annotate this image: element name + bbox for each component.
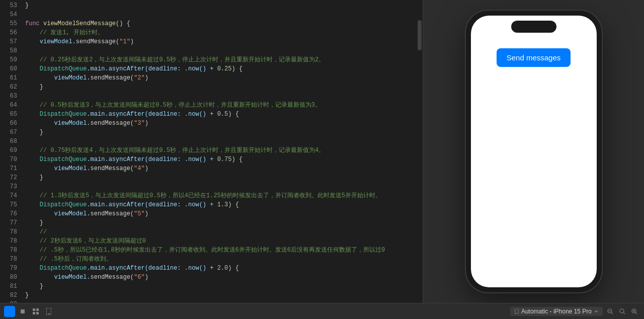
- code-line: }: [25, 291, 413, 300]
- svg-point-0: [8, 309, 12, 313]
- code-line: }: [25, 282, 413, 291]
- run-button[interactable]: [4, 306, 15, 317]
- svg-line-18: [636, 312, 637, 314]
- line-number: 65: [4, 110, 17, 119]
- svg-rect-1: [21, 309, 25, 313]
- line-number: 63: [4, 92, 17, 101]
- line-number: 57: [4, 37, 17, 46]
- iphone-content: Send messages: [471, 16, 597, 287]
- code-line: [25, 92, 413, 101]
- line-number: 76: [4, 209, 17, 218]
- zoom-in-button[interactable]: [629, 306, 640, 317]
- code-line: }: [25, 128, 413, 137]
- line-numbers: 5354555657585960616263646566676869707172…: [0, 0, 21, 303]
- svg-rect-2: [33, 308, 35, 311]
- line-number: 64: [4, 101, 17, 110]
- line-number: 61: [4, 73, 17, 83]
- line-number: 79: [4, 264, 17, 273]
- line-number: 55: [4, 19, 17, 28]
- scrollbar-thumb[interactable]: [418, 20, 422, 50]
- svg-line-14: [624, 312, 625, 314]
- line-number: 62: [4, 83, 17, 92]
- code-line: [25, 137, 413, 146]
- code-line: // 0.25秒后发送2，与上次发送间隔未超过0.5秒，停止上次计时，并且重新开…: [25, 55, 413, 64]
- line-number: 82: [4, 291, 17, 300]
- code-line: }: [25, 1, 413, 10]
- line-number: 60: [4, 64, 17, 73]
- line-number: 69: [4, 146, 17, 155]
- code-line: [25, 46, 413, 55]
- code-line: // 0.5秒后发送3，与上次发送间隔未超过0.5秒，停止上次计时，并且重新开始…: [25, 101, 413, 110]
- line-number: 77: [4, 218, 17, 227]
- line-number: 75: [4, 200, 17, 209]
- code-line: // 2秒后发送6，与上次发送间隔超过0: [25, 236, 413, 246]
- zoom-fit-button[interactable]: [617, 306, 628, 317]
- line-number: 67: [4, 128, 17, 137]
- code-line: viewModel.sendMessage("1"): [25, 37, 413, 46]
- device-selector[interactable]: Automatic - iPhone 15 Pro: [510, 307, 603, 316]
- device-button[interactable]: [43, 306, 54, 317]
- bottom-toolbar: Automatic - iPhone 15 Pro: [0, 303, 644, 319]
- svg-rect-9: [516, 312, 517, 313]
- code-line: }: [25, 218, 413, 227]
- device-name: Automatic - iPhone 15 Pro: [521, 308, 592, 315]
- line-number: 56: [4, 28, 17, 37]
- zoom-controls: [605, 306, 640, 317]
- line-number: 53: [4, 1, 17, 10]
- stop-button[interactable]: [17, 306, 28, 317]
- code-line: viewModel.sendMessage("6"): [25, 273, 413, 282]
- code-line: }: [25, 83, 413, 92]
- code-line: // 0.75秒后发送4，与上次发送间隔未超过0.5秒，停止上次计时，并且重新开…: [25, 146, 413, 155]
- line-number: 78: [4, 246, 17, 255]
- svg-point-13: [620, 309, 624, 313]
- code-line: // .5秒后，订阅者收到。: [25, 255, 413, 264]
- code-line: [25, 182, 413, 191]
- code-line: //: [25, 227, 413, 236]
- code-line: // 发送1, 开始计时。: [25, 28, 413, 37]
- iphone-notch: [511, 21, 556, 33]
- code-line: func viewModelSendMessage() {: [25, 19, 413, 28]
- simulator-area: Send messages: [423, 0, 644, 303]
- svg-rect-4: [33, 312, 35, 314]
- code-line: DispatchQueue.main.asyncAfter(deadline: …: [25, 264, 413, 273]
- line-number: 73: [4, 182, 17, 191]
- svg-rect-3: [36, 308, 39, 311]
- line-number: 58: [4, 46, 17, 55]
- line-number: 72: [4, 173, 17, 182]
- line-number: 78: [4, 236, 17, 246]
- send-messages-button[interactable]: Send messages: [497, 48, 571, 67]
- code-line: viewModel.sendMessage("2"): [25, 73, 413, 83]
- line-number: 81: [4, 282, 17, 291]
- grid-button[interactable]: [30, 306, 41, 317]
- code-line: viewModel.sendMessage("5"): [25, 209, 413, 218]
- line-number: 74: [4, 191, 17, 200]
- line-number: 70: [4, 155, 17, 164]
- line-number: 68: [4, 137, 17, 146]
- iphone-frame: Send messages: [466, 11, 602, 292]
- code-line: viewModel.sendMessage("4"): [25, 164, 413, 173]
- svg-rect-5: [36, 312, 39, 314]
- code-content[interactable]: } func viewModelSendMessage() { // 发送1, …: [21, 0, 417, 303]
- code-line: [25, 300, 413, 303]
- line-number: 71: [4, 164, 17, 173]
- code-line: // .5秒，所以5已经在1,8秒的时候发出去了，并订阅者收到。此时发送6并开始…: [25, 246, 413, 255]
- line-number: 80: [4, 273, 17, 282]
- line-number: 66: [4, 119, 17, 128]
- code-line: [25, 10, 413, 19]
- line-number: 59: [4, 55, 17, 64]
- zoom-out-button[interactable]: [605, 306, 616, 317]
- code-line: DispatchQueue.main.asyncAfter(deadline: …: [25, 110, 413, 119]
- code-line: DispatchQueue.main.asyncAfter(deadline: …: [25, 155, 413, 164]
- code-editor: 5354555657585960616263646566676869707172…: [0, 0, 423, 303]
- code-line: // 1.3秒后发送5，与上次发送间隔超过0.5秒，所以4已经在1.25秒的时候…: [25, 191, 413, 200]
- scrollbar[interactable]: [417, 0, 423, 303]
- code-line: }: [25, 173, 413, 182]
- svg-line-12: [612, 312, 613, 314]
- code-line: DispatchQueue.main.asyncAfter(deadline: …: [25, 64, 413, 73]
- svg-rect-7: [48, 313, 50, 314]
- line-number: 54: [4, 10, 17, 19]
- line-number: 78: [4, 227, 17, 236]
- code-line: DispatchQueue.main.asyncAfter(deadline: …: [25, 200, 413, 209]
- code-line: viewModel.sendMessage("3"): [25, 119, 413, 128]
- iphone-screen: Send messages: [471, 16, 597, 287]
